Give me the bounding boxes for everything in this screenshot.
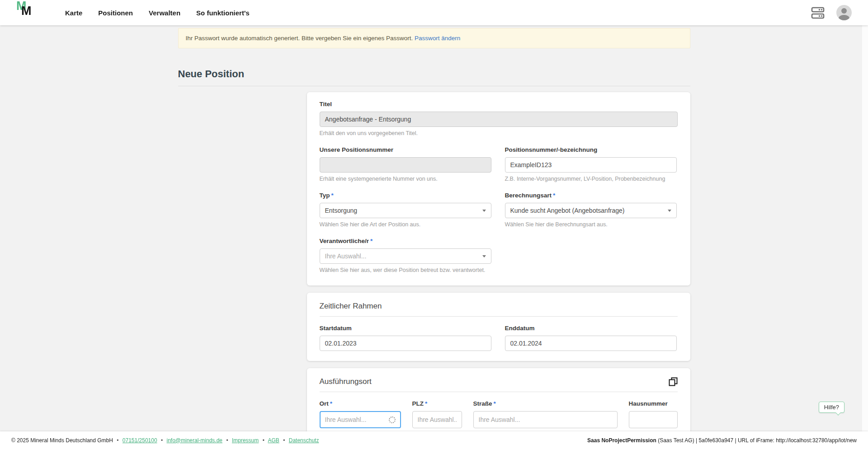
plz-required-asterisk: *: [425, 400, 427, 407]
footer-separator: •: [283, 437, 285, 444]
startdatum-label: Startdatum: [320, 325, 491, 332]
email-link[interactable]: info@mineral-minds.de: [166, 437, 222, 444]
typ-label: Typ: [320, 192, 330, 199]
titel-field: Titel Angebotsanfrage - Entsorgung Erhäl…: [320, 101, 678, 136]
typ-field: Typ* Entsorgung Wählen Sie hier die Art …: [320, 192, 491, 228]
berechnungsart-selected-value: Kunde sucht Angebot (Angebotsanfrage): [510, 207, 625, 214]
strasse-required-asterisk: *: [494, 400, 496, 407]
plz-label: PLZ: [412, 400, 424, 407]
verantwortliche-field: Verantwortliche/r* Ihre Auswahl... Wähle…: [320, 238, 491, 273]
startdatum-input[interactable]: [320, 336, 491, 351]
berechnungsart-field: Berechnungsart* Kunde sucht Angebot (Ang…: [505, 192, 677, 228]
titel-helper: Erhält den von uns vorgegebenen Titel.: [320, 130, 678, 136]
ort-required-asterisk: *: [330, 400, 332, 407]
verantwortliche-required-asterisk: *: [370, 238, 373, 244]
berechnungsart-helper: Wählen Sie hier die Berechnungsart aus.: [505, 221, 677, 228]
phone-link[interactable]: 07151/250100: [123, 437, 157, 444]
enddatum-label: Enddatum: [505, 325, 677, 332]
unsere-positionsnummer-helper: Erhält eine systemgenerierte Nummer von …: [320, 176, 491, 182]
agb-link[interactable]: AGB: [268, 437, 279, 444]
header-actions: [811, 5, 852, 20]
verantwortliche-helper: Wählen Sie hier aus, wer diese Position …: [320, 267, 491, 273]
startdatum-field: Startdatum: [320, 325, 491, 351]
footer-separator: •: [263, 437, 264, 444]
scroll-gutter[interactable]: [862, 25, 868, 449]
hausnummer-field: Hausnummer: [629, 400, 678, 428]
user-avatar[interactable]: [836, 5, 852, 20]
nav-item-verwalten[interactable]: Verwalten: [149, 9, 180, 17]
strasse-input[interactable]: [473, 411, 618, 428]
berechnungsart-select[interactable]: Kunde sucht Angebot (Angebotsanfrage): [505, 203, 677, 218]
footer-right: Saas NoProjectPermission (Saas Test AG) …: [587, 437, 857, 444]
titel-value: Angebotsanfrage - Entsorgung: [325, 116, 411, 123]
help-label: Hilfe?: [824, 404, 839, 411]
impressum-link[interactable]: Impressum: [232, 437, 259, 444]
chevron-down-icon: [668, 210, 671, 212]
chevron-down-icon: [482, 210, 486, 212]
footer-separator: •: [117, 437, 118, 444]
hausnummer-label: Hausnummer: [629, 400, 678, 407]
page-title: Neue Position: [178, 68, 690, 86]
unsere-positionsnummer-label: Unsere Positionsnummer: [320, 146, 491, 153]
verantwortliche-placeholder: Ihre Auswahl...: [325, 253, 367, 260]
nav-item-positionen[interactable]: Positionen: [98, 9, 133, 17]
positionsnummer-input[interactable]: [505, 157, 677, 173]
verantwortliche-row: Verantwortliche/r* Ihre Auswahl... Wähle…: [320, 238, 678, 273]
positionsnummer-helper: Z.B. Interne-Vorgangsnummer, LV-Position…: [505, 176, 677, 182]
ort-input[interactable]: Ihre Auswahl...: [320, 411, 401, 428]
avatar-shoulders: [839, 15, 849, 20]
mineral-minds-logo-icon[interactable]: M M: [16, 2, 40, 23]
datenschutz-link[interactable]: Datenschutz: [289, 437, 319, 444]
help-button[interactable]: Hilfe?: [819, 402, 844, 413]
berechnungsart-required-asterisk: *: [553, 192, 555, 199]
content-container: Ihr Passwort wurde automatisch generiert…: [178, 28, 690, 446]
loading-spinner-icon: [389, 416, 396, 423]
copyright-text: © 2025 Mineral Minds Deutschland GmbH: [11, 437, 113, 444]
footer-bar: © 2025 Mineral Minds Deutschland GmbH • …: [0, 431, 868, 449]
nav-item-karte[interactable]: Karte: [65, 9, 82, 17]
zeitlicher-rahmen-card: Zeitlicher Rahmen Startdatum Enddatum: [307, 293, 690, 361]
typ-berechnungsart-row: Typ* Entsorgung Wählen Sie hier die Art …: [320, 192, 678, 228]
help-bubble-tail: [835, 410, 840, 415]
footer-separator: •: [226, 437, 228, 444]
enddatum-field: Enddatum: [505, 325, 677, 351]
password-warning-banner: Ihr Passwort wurde automatisch generiert…: [178, 28, 690, 48]
main-nav: Karte Positionen Verwalten So funktionie…: [65, 9, 250, 17]
enddatum-input[interactable]: [505, 336, 677, 351]
unsere-positionsnummer-input: [320, 157, 491, 173]
hausnummer-input[interactable]: [629, 411, 678, 428]
footer-left: © 2025 Mineral Minds Deutschland GmbH • …: [11, 437, 319, 444]
number-row: Unsere Positionsnummer Erhält eine syste…: [320, 146, 678, 182]
chevron-down-icon: [482, 255, 486, 257]
zeitlicher-rahmen-heading: Zeitlicher Rahmen: [320, 302, 382, 311]
unsere-positionsnummer-field: Unsere Positionsnummer Erhält eine syste…: [320, 146, 491, 182]
strasse-field: Straße*: [473, 400, 618, 428]
tenant-name: Saas NoProjectPermission: [587, 437, 656, 444]
verantwortliche-select[interactable]: Ihre Auswahl...: [320, 248, 491, 264]
footer-separator: •: [161, 437, 163, 444]
positionsnummer-label: Positionsnummer/-bezeichnung: [505, 146, 677, 153]
nav-item-so-funktionierts[interactable]: So funktioniert's: [196, 9, 250, 17]
ausfuehrungsort-heading: Ausführungsort: [320, 377, 372, 386]
avatar-head: [841, 8, 847, 14]
date-row: Startdatum Enddatum: [320, 325, 678, 351]
ort-field: Ort* Ihre Auswahl...: [320, 400, 401, 428]
plz-input[interactable]: [412, 411, 462, 428]
position-details-card: Titel Angebotsanfrage - Entsorgung Erhäl…: [307, 92, 690, 285]
typ-selected-value: Entsorgung: [325, 207, 358, 214]
typ-select[interactable]: Entsorgung: [320, 203, 491, 218]
ort-placeholder: Ihre Auswahl...: [325, 416, 367, 423]
banner-text: Ihr Passwort wurde automatisch generiert…: [186, 35, 413, 42]
server-icon[interactable]: [811, 7, 825, 19]
address-row: Ort* Ihre Auswahl... PLZ* Straße*: [320, 400, 678, 428]
logo-black-m: M: [21, 4, 31, 18]
positionsnummer-field: Positionsnummer/-bezeichnung Z.B. Intern…: [505, 146, 677, 182]
typ-required-asterisk: *: [331, 192, 334, 199]
typ-helper: Wählen Sie hier die Art der Position aus…: [320, 221, 491, 228]
copy-icon[interactable]: [669, 377, 678, 386]
titel-input: Angebotsanfrage - Entsorgung: [320, 112, 678, 127]
password-change-link[interactable]: Passwort ändern: [415, 35, 460, 42]
strasse-label: Straße: [473, 400, 492, 407]
top-navigation-bar: M M Karte Positionen Verwalten So funkti…: [0, 0, 868, 25]
session-info: (Saas Test AG) | 5a0fe630a947 | URL of i…: [656, 437, 857, 444]
